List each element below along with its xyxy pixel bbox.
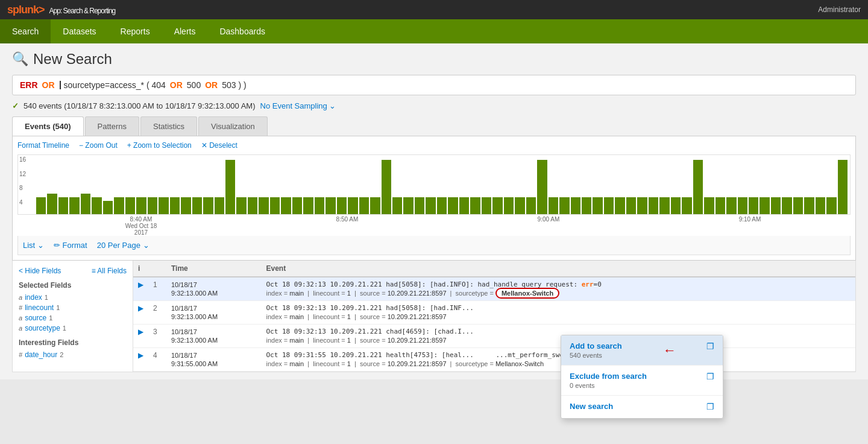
nav-alerts[interactable]: Alerts (162, 19, 208, 43)
chart-bar[interactable] (326, 197, 335, 214)
chart-bar[interactable] (192, 197, 202, 214)
chart-bar[interactable] (526, 197, 536, 214)
chart-bar[interactable] (826, 197, 836, 214)
chart-bar[interactable] (69, 197, 79, 214)
chart-bar[interactable] (215, 197, 224, 214)
expand-btn-1[interactable]: ▶ (133, 277, 148, 301)
external-link-icon-2[interactable]: ❐ (706, 372, 714, 379)
all-fields-btn[interactable]: ≡ All Fields (92, 267, 127, 275)
chart-bar[interactable] (181, 197, 190, 214)
chart-bar[interactable] (415, 197, 424, 214)
chart-bar[interactable] (292, 197, 302, 214)
chart-bar[interactable] (771, 197, 781, 214)
chart-bar[interactable] (437, 197, 447, 214)
chart-bar[interactable] (549, 197, 558, 214)
tab-visualization[interactable]: Visualization (198, 116, 268, 136)
chart-bar[interactable] (236, 197, 246, 214)
chart-bar[interactable] (370, 197, 380, 214)
chart-bar[interactable] (626, 197, 636, 214)
chart-bar[interactable] (482, 197, 491, 214)
format-timeline[interactable]: Format Timeline (17, 141, 69, 150)
zoom-selection[interactable]: + Zoom to Selection (127, 141, 192, 150)
chart-bar[interactable] (348, 197, 357, 214)
chart-bar[interactable] (92, 197, 101, 214)
hide-fields-btn[interactable]: < Hide Fields (19, 267, 61, 275)
chart-bar[interactable] (571, 197, 580, 214)
chart-bar[interactable] (649, 197, 658, 214)
external-link-icon-1[interactable]: ❐ (706, 341, 714, 351)
splunk-logo[interactable]: splunk> App: Search & Reporting (7, 4, 115, 16)
chart-bar[interactable] (760, 197, 769, 214)
chart-bar[interactable] (515, 197, 524, 214)
admin-label[interactable]: Administrator (818, 5, 861, 14)
chart-bar[interactable] (604, 197, 614, 214)
tab-statistics[interactable]: Statistics (140, 116, 197, 136)
expand-btn-2[interactable]: ▶ (133, 301, 148, 325)
tab-events[interactable]: Events (540) (12, 116, 84, 136)
chart-bar[interactable] (637, 197, 647, 214)
chart-bar[interactable] (492, 197, 502, 214)
chart-bar[interactable] (816, 197, 825, 214)
chart-bar[interactable] (303, 197, 313, 214)
nav-dashboards[interactable]: Dashboards (207, 19, 277, 43)
chart-bar[interactable] (114, 197, 124, 214)
chart-bar[interactable] (749, 197, 758, 214)
chart-bar[interactable] (136, 197, 146, 214)
chart-bar[interactable] (693, 160, 703, 214)
chart-bar[interactable] (671, 197, 681, 214)
chart-bar[interactable] (47, 194, 57, 214)
context-exclude-from-search[interactable]: Exclude from search 0 events ❐ (561, 366, 723, 379)
chart-bar[interactable] (448, 197, 458, 214)
chart-bar[interactable] (81, 194, 90, 214)
chart-bar[interactable] (793, 197, 803, 214)
chart-bar[interactable] (593, 197, 602, 214)
chart-bar[interactable] (248, 197, 257, 214)
expand-btn-4[interactable]: ▶ (133, 348, 148, 372)
chart-bar[interactable] (537, 160, 547, 214)
chart-bar[interactable] (159, 197, 168, 214)
chart-bar[interactable] (838, 160, 848, 214)
nav-datasets[interactable]: Datasets (51, 19, 108, 43)
chart-bar[interactable] (582, 197, 591, 214)
chart-bar[interactable] (804, 197, 814, 214)
chart-bar[interactable] (615, 197, 624, 214)
context-add-to-search[interactable]: Add to search 540 events ❐ (561, 335, 723, 366)
tab-patterns[interactable]: Patterns (85, 116, 139, 136)
chart-bar[interactable] (203, 197, 213, 214)
chart-bar[interactable] (382, 160, 391, 214)
chart-bar[interactable] (682, 197, 691, 214)
chart-bar[interactable] (270, 197, 280, 214)
expand-btn-3[interactable]: ▶ (133, 325, 148, 348)
chart-bar[interactable] (259, 197, 268, 214)
chart-bar[interactable] (58, 197, 68, 214)
chart-bar[interactable] (459, 197, 469, 214)
zoom-out[interactable]: − Zoom Out (79, 141, 118, 150)
chart-bar[interactable] (337, 197, 347, 214)
chart[interactable]: 16 12 8 4 (17, 154, 851, 215)
chart-bar[interactable] (36, 197, 46, 214)
chart-bar[interactable] (715, 197, 725, 214)
nav-reports[interactable]: Reports (108, 19, 162, 43)
chart-bar[interactable] (504, 197, 514, 214)
chart-bar[interactable] (359, 197, 369, 214)
search-bar[interactable]: ERR OR sourcetype=access_* ( 404 OR 500 … (12, 75, 856, 95)
chart-bar[interactable] (738, 197, 747, 214)
format-button[interactable]: ✏ Format (54, 241, 87, 250)
chart-bar[interactable] (704, 197, 714, 214)
chart-bar[interactable] (726, 197, 736, 214)
chart-bar[interactable] (559, 197, 569, 214)
chart-bar[interactable] (281, 197, 291, 214)
chart-bar[interactable] (659, 197, 669, 214)
chart-bar[interactable] (225, 160, 235, 214)
chart-bar[interactable] (426, 197, 435, 214)
chart-bar[interactable] (148, 197, 157, 214)
chart-bar[interactable] (315, 197, 324, 214)
chart-bar[interactable] (125, 197, 135, 214)
deselect[interactable]: ✕ Deselect (201, 141, 237, 150)
per-page-dropdown[interactable]: 20 Per Page ⌄ (97, 241, 149, 250)
nav-search[interactable]: Search (0, 19, 51, 43)
chart-bar[interactable] (782, 197, 791, 214)
list-dropdown[interactable]: List ⌄ (23, 241, 44, 250)
no-event-sampling[interactable]: No Event Sampling ⌄ (260, 101, 336, 110)
chart-bar[interactable] (392, 197, 402, 214)
